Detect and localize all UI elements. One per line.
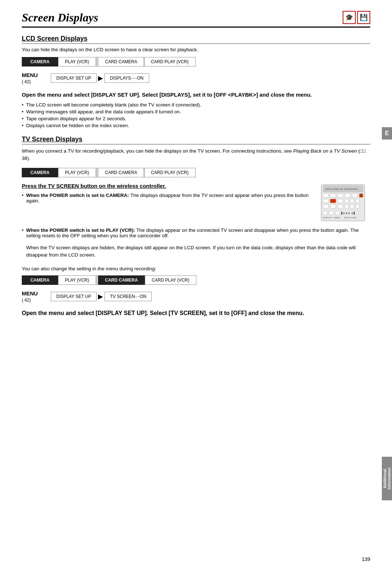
svg-rect-13	[345, 199, 348, 203]
svg-rect-18	[338, 205, 343, 208]
svg-rect-22	[323, 211, 327, 215]
tv-tab-separator	[97, 168, 97, 178]
tv-press-heading: Press the TV SCREEN button on the wirele…	[22, 183, 312, 189]
camera-icon: 🎓	[343, 11, 356, 24]
lcd-section-header: LCD Screen Displays	[22, 35, 370, 44]
svg-rect-5	[330, 194, 336, 197]
tv-press-section: Press the TV SCREEN button on the wirele…	[22, 183, 370, 224]
svg-rect-16	[323, 205, 328, 208]
tv-intro-text: When you connect a TV for recording/play…	[22, 148, 370, 162]
lcd-bullet-4: Displays cannot be hidden on the index s…	[22, 123, 370, 128]
lcd-tab-camera[interactable]: CAMERA	[22, 57, 58, 66]
also-menu-row: MENU ( 42) DISPLAY SET UP ▶ TV SCREEN···…	[22, 290, 370, 303]
svg-text:CHRO –: CHRO –	[350, 188, 360, 190]
lcd-tab-separator	[97, 57, 97, 67]
svg-rect-24	[335, 211, 340, 215]
svg-rect-11	[330, 199, 336, 203]
section-tab-e: E	[382, 127, 392, 140]
lcd-intro-text: You can hide the displays on the LCD scr…	[22, 47, 370, 52]
tv-tab-camera[interactable]: CAMERA	[22, 168, 58, 177]
tv-tab-card-play-vcr[interactable]: CARD PLAY (VCR)	[144, 168, 196, 177]
also-menu-label: MENU ( 42)	[22, 290, 47, 303]
tv-bullet-3-text: When the TV screen displays are hidden, …	[26, 244, 370, 259]
disc-icon: 💾	[357, 11, 370, 24]
tv-tab-row: CAMERA PLAY (VCR) CARD CAMERA CARD PLAY …	[22, 168, 370, 178]
svg-rect-8	[352, 194, 358, 197]
also-tab-card-play-vcr[interactable]: CARD PLAY (VCR)	[145, 275, 196, 285]
top-icons: 🎓 💾	[343, 11, 370, 24]
also-menu-text: MENU	[22, 290, 38, 296]
lcd-tab-card-play-vcr[interactable]: CARD PLAY (VCR)	[144, 57, 196, 66]
svg-rect-23	[329, 211, 334, 215]
tv-tab-play-vcr[interactable]: PLAY (VCR)	[58, 168, 96, 177]
also-menu-value: TV SCREEN····ON	[105, 292, 152, 301]
svg-rect-17	[330, 205, 336, 208]
also-section: You can also change the setting in the m…	[22, 266, 370, 317]
svg-text:DATA CODE: DATA CODE	[344, 217, 356, 219]
lcd-menu-arrow: ▶	[98, 74, 103, 82]
also-tab-play-vcr[interactable]: PLAY (VCR)	[58, 275, 96, 285]
lcd-menu-row: MENU ( 42) DISPLAY SET UP ▶ DISPLAYS····…	[22, 72, 370, 84]
svg-rect-15	[356, 199, 359, 203]
final-instruction-heading: Open the menu and select [DISPLAY SET UP…	[22, 309, 370, 317]
page-number: 139	[362, 556, 370, 562]
svg-rect-10	[323, 199, 328, 203]
additional-info-label: Additional Information	[383, 460, 391, 497]
tv-bullet-1-title: When the POWER switch is set to CAMERA:	[26, 193, 129, 198]
bottom-side-label: Additional Information	[382, 457, 392, 500]
lcd-menu-value: DISPLAYS·····ON	[105, 73, 149, 83]
tv-bullet-2: When the POWER switch is set to PLAY (VC…	[22, 227, 370, 238]
lcd-bullet-2: Warning messages still appear, and the d…	[22, 109, 370, 114]
lcd-tab-play-vcr[interactable]: PLAY (VCR)	[58, 57, 96, 66]
tv-bullet-list: When the POWER switch is set to CAMERA: …	[22, 193, 312, 203]
page-title: Screen Displays	[22, 11, 370, 28]
tv-bullet-2-title: When the POWER switch is set to PLAY (VC…	[26, 227, 135, 233]
lcd-bullet-1: The LCD screen will become completely bl…	[22, 102, 370, 108]
also-menu-arrow: ▶	[98, 292, 103, 300]
lcd-menu-box[interactable]: DISPLAY SET UP	[51, 73, 97, 83]
lcd-bullet-3: Tape operation displays appear for 2 sec…	[22, 116, 370, 121]
svg-rect-19	[345, 205, 348, 208]
svg-rect-14	[350, 199, 354, 203]
also-text: You can also change the setting in the m…	[22, 266, 370, 271]
tv-bullet-1: When the POWER switch is set to CAMERA: …	[22, 193, 312, 203]
tv-bullet-list-2: When the POWER switch is set to PLAY (VC…	[22, 227, 370, 238]
svg-rect-6	[338, 194, 343, 197]
tv-section: TV Screen Displays When you connect a TV…	[22, 136, 370, 259]
lcd-bullet-list: The LCD screen will become completely bl…	[22, 102, 370, 128]
svg-text:DISPLAY: DISPLAY	[323, 217, 332, 219]
svg-rect-20	[350, 205, 354, 208]
tv-image-column: DATA CODE AE SHIFT CHRO –	[319, 183, 370, 224]
also-tab-separator	[97, 275, 97, 285]
svg-rect-21	[356, 205, 359, 208]
also-tab-card-camera[interactable]: CARD CAMERA	[98, 275, 145, 285]
tv-section-header: TV Screen Displays	[22, 136, 370, 145]
also-menu-sub: ( 42)	[22, 298, 31, 303]
also-tab-row: CAMERA PLAY (VCR) CARD CAMERA CARD PLAY …	[22, 275, 370, 285]
lcd-menu-text: MENU	[22, 72, 38, 78]
svg-text:INDEX: INDEX	[334, 217, 340, 219]
svg-rect-7	[345, 194, 350, 197]
lcd-tab-card-camera[interactable]: CARD CAMERA	[98, 57, 144, 66]
svg-rect-4	[323, 194, 328, 197]
also-tab-camera[interactable]: CAMERA	[22, 275, 58, 285]
svg-rect-12	[338, 199, 343, 203]
also-menu-box[interactable]: DISPLAY SET UP	[51, 292, 97, 301]
lcd-tab-row: CAMERA PLAY (VCR) CARD CAMERA CARD PLAY …	[22, 57, 370, 67]
tv-text-column: Press the TV SCREEN button on the wirele…	[22, 183, 312, 209]
remote-control-image: DATA CODE AE SHIFT CHRO –	[319, 183, 367, 223]
lcd-section: LCD Screen Displays You can hide the dis…	[22, 35, 370, 128]
lcd-menu-sub: ( 42)	[22, 79, 31, 84]
lcd-menu-label: MENU ( 42)	[22, 72, 47, 84]
tv-tab-card-camera[interactable]: CARD CAMERA	[98, 168, 144, 177]
lcd-instruction-heading: Open the menu and select [DISPLAY SET UP…	[22, 91, 370, 98]
svg-rect-9	[359, 194, 363, 197]
svg-text:DATA CODE  AE SHIFT: DATA CODE AE SHIFT	[325, 188, 351, 190]
